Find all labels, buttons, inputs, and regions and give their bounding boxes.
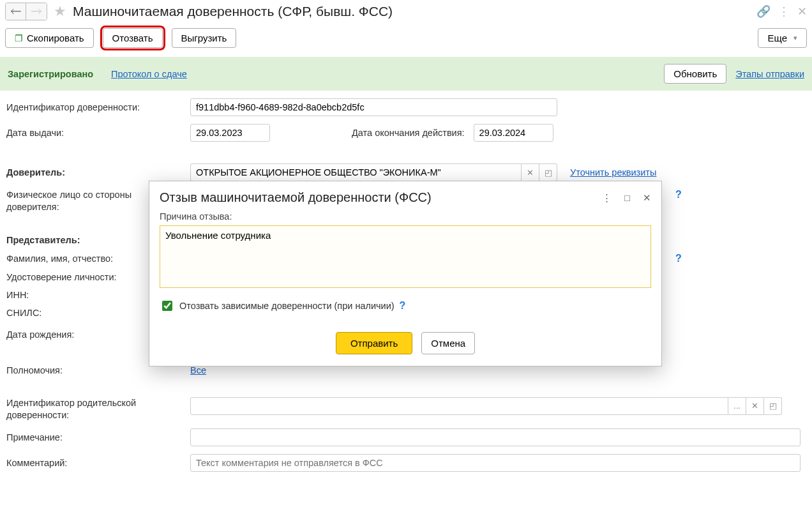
- parent-id-input[interactable]: [190, 397, 728, 415]
- cancel-button-label: Отмена: [431, 338, 465, 349]
- clarify-link[interactable]: Уточнить реквизиты: [570, 167, 656, 177]
- window-header: 🡐 🡒 ★ Машиночитаемая доверенность (СФР, …: [0, 0, 812, 23]
- page-title: Машиночитаемая доверенность (СФР, бывш. …: [73, 4, 754, 19]
- dependent-label: Отозвать зависимые доверенности (при нал…: [179, 301, 395, 311]
- copy-button-label: Скопировать: [27, 33, 84, 43]
- ellipsis-icon[interactable]: ...: [728, 397, 746, 415]
- revoke-button[interactable]: Отозвать: [103, 28, 163, 48]
- export-button[interactable]: Выгрузить: [172, 28, 237, 48]
- stages-link[interactable]: Этапы отправки: [735, 69, 804, 79]
- reason-textarea[interactable]: [160, 225, 651, 288]
- status-text: Зарегистрировано: [8, 69, 93, 79]
- clear-icon[interactable]: ✕: [746, 397, 764, 415]
- refresh-button[interactable]: Обновить: [664, 64, 726, 84]
- note-label: Примечание:: [6, 432, 185, 442]
- end-date-input[interactable]: [474, 124, 553, 142]
- close-icon[interactable]: ✕: [797, 4, 807, 19]
- id-input[interactable]: [190, 98, 557, 116]
- powers-label: Полномочия:: [6, 365, 185, 375]
- copy-icon: ❐: [15, 33, 23, 43]
- note-input[interactable]: [190, 428, 801, 446]
- kebab-icon[interactable]: ⋮: [602, 193, 612, 203]
- refresh-button-label: Обновить: [673, 68, 717, 79]
- modal-title: Отзыв машиночитаемой доверенности (ФСС): [160, 190, 602, 205]
- comment-label: Комментарий:: [6, 458, 185, 468]
- more-button-label: Еще: [767, 33, 787, 43]
- status-bar: Зарегистрировано Протокол о сдаче Обнови…: [0, 57, 812, 91]
- open-icon[interactable]: ◰: [539, 163, 557, 181]
- comment-input[interactable]: [190, 454, 801, 472]
- close-icon[interactable]: ✕: [643, 193, 651, 203]
- export-button-label: Выгрузить: [181, 33, 227, 43]
- parent-id-label: Идентификатор родительской доверенности:: [6, 397, 185, 421]
- kebab-icon[interactable]: ⋮: [778, 4, 790, 19]
- dependent-checkbox[interactable]: [162, 301, 172, 311]
- help-icon[interactable]: ?: [675, 189, 682, 200]
- reason-label: Причина отзыва:: [160, 211, 651, 222]
- back-button[interactable]: 🡐: [6, 3, 26, 20]
- send-button[interactable]: Отправить: [336, 332, 412, 354]
- copy-button[interactable]: ❐ Скопировать: [5, 28, 94, 48]
- clear-icon[interactable]: ✕: [522, 163, 539, 181]
- toolbar: ❐ Скопировать Отозвать Выгрузить Еще: [0, 23, 812, 57]
- link-icon[interactable]: 🔗: [756, 4, 771, 19]
- nav-buttons: 🡐 🡒: [5, 3, 47, 20]
- revoke-modal: Отзыв машиночитаемой доверенности (ФСС) …: [149, 181, 662, 366]
- issue-date-label: Дата выдачи:: [6, 128, 185, 138]
- favorite-icon[interactable]: ★: [54, 3, 66, 20]
- modal-header: Отзыв машиночитаемой доверенности (ФСС) …: [149, 181, 661, 208]
- id-label: Идентификатор доверенности:: [6, 102, 185, 112]
- send-button-label: Отправить: [350, 338, 398, 349]
- issue-date-input[interactable]: [190, 124, 270, 142]
- maximize-icon[interactable]: □: [624, 193, 630, 203]
- principal-input[interactable]: [190, 163, 522, 181]
- forward-button[interactable]: 🡒: [26, 3, 47, 20]
- end-date-label: Дата окончания действия:: [352, 128, 465, 138]
- more-button[interactable]: Еще: [758, 28, 807, 48]
- protocol-link[interactable]: Протокол о сдаче: [111, 69, 187, 79]
- open-icon[interactable]: ◰: [764, 397, 782, 415]
- revoke-button-label: Отозвать: [112, 33, 153, 43]
- principal-label: Доверитель:: [6, 167, 185, 177]
- cancel-button[interactable]: Отмена: [421, 332, 475, 354]
- help-icon[interactable]: ?: [675, 253, 682, 264]
- powers-link[interactable]: Все: [190, 365, 206, 375]
- help-icon[interactable]: ?: [400, 300, 406, 312]
